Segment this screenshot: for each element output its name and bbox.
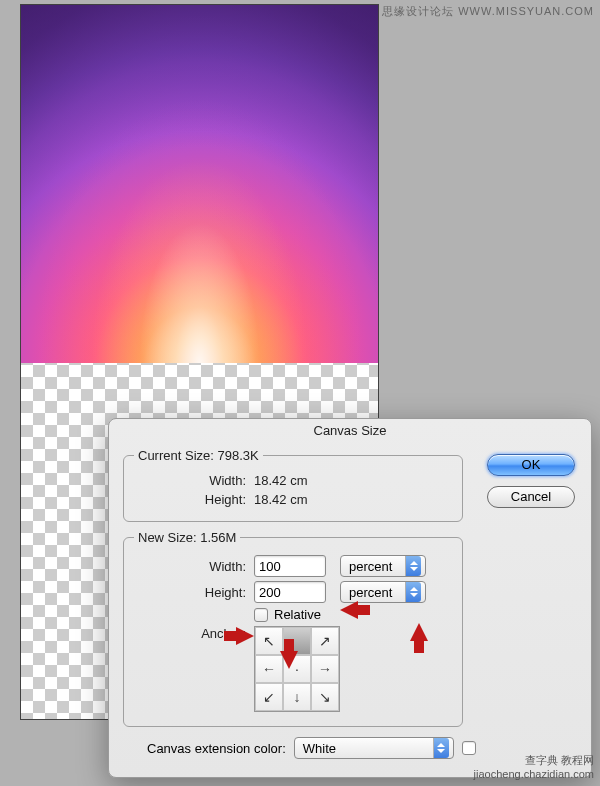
image-layer (21, 5, 378, 363)
height-unit-select[interactable]: percent (340, 581, 426, 603)
width-unit-value: percent (349, 559, 392, 574)
new-size-legend: New Size: 1.56M (134, 530, 240, 545)
current-height-value: 18.42 cm (254, 492, 307, 507)
cancel-button[interactable]: Cancel (487, 486, 575, 508)
stepper-icon (405, 582, 421, 602)
width-unit-select[interactable]: percent (340, 555, 426, 577)
new-width-label: Width: (134, 559, 254, 574)
annotation-arrow-unit (410, 623, 428, 641)
anchor-w[interactable]: ← (255, 655, 283, 683)
anchor-sw[interactable]: ↙ (255, 683, 283, 711)
current-width-label: Width: (134, 473, 254, 488)
relative-checkbox[interactable] (254, 608, 268, 622)
height-unit-value: percent (349, 585, 392, 600)
width-input[interactable] (254, 555, 326, 577)
current-size-group: Current Size: 798.3K Width: 18.42 cm Hei… (123, 448, 463, 522)
anchor-e[interactable]: → (311, 655, 339, 683)
stepper-icon (433, 738, 449, 758)
current-size-legend: Current Size: 798.3K (134, 448, 263, 463)
extension-label: Canvas extension color: (147, 741, 286, 756)
anchor-ne[interactable]: ↗ (311, 627, 339, 655)
annotation-arrow-anchor (280, 651, 298, 669)
ok-button[interactable]: OK (487, 454, 575, 476)
current-height-label: Height: (134, 492, 254, 507)
current-width-value: 18.42 cm (254, 473, 307, 488)
annotation-arrow-height (340, 601, 358, 619)
dialog-title: Canvas Size (109, 419, 591, 444)
height-input[interactable] (254, 581, 326, 603)
new-height-label: Height: (134, 585, 254, 600)
annotation-arrow-relative (236, 627, 254, 645)
anchor-nw[interactable]: ↖ (255, 627, 283, 655)
watermark-bottom: 查字典 教程网 jiaocheng.chazidian.com (474, 753, 594, 780)
anchor-s[interactable]: ↓ (283, 683, 311, 711)
new-size-group: New Size: 1.56M Width: percent Height: p… (123, 530, 463, 727)
stepper-icon (405, 556, 421, 576)
relative-label: Relative (274, 607, 321, 622)
extension-color-select[interactable]: White (294, 737, 454, 759)
anchor-grid[interactable]: ↖ ↗ ← · → ↙ ↓ ↘ (254, 626, 340, 712)
canvas-size-dialog: Canvas Size OK Cancel Current Size: 798.… (108, 418, 592, 778)
extension-color-value: White (303, 741, 336, 756)
anchor-se[interactable]: ↘ (311, 683, 339, 711)
watermark-top: 思缘设计论坛 WWW.MISSYUAN.COM (382, 4, 594, 19)
